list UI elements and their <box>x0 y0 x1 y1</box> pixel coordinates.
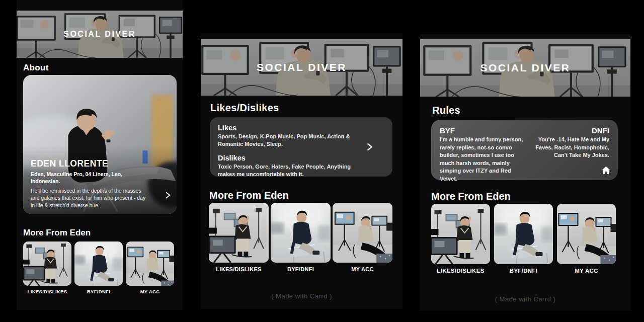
byf-block: BYF I'm a humble and funny person, rarel… <box>440 126 525 174</box>
thumbnail-photo <box>271 203 331 263</box>
panel-about: SOCIAL DIVER About EDEN LLORENTE Eden, M… <box>17 0 183 310</box>
thumbnail-photo <box>333 203 392 263</box>
thumbnail-label: LIKES/DISLIKES <box>23 289 71 294</box>
home-icon <box>601 165 611 176</box>
profile-tagline: Eden, Masculine Pro, 04 Liners, Leo, Ind… <box>31 171 147 185</box>
profile-name: EDEN LLORENTE <box>31 158 147 169</box>
more-from-eden-heading: More From Eden <box>209 190 289 201</box>
byf-text: I'm a humble and funny person, rarely re… <box>440 136 525 183</box>
thumbnail-label: MY ACC <box>126 289 174 294</box>
thumbnail-photo <box>494 204 553 264</box>
site-title: SOCIAL DIVER <box>420 39 630 97</box>
thumbnail-label: LIKES/DISLIKES <box>209 266 269 272</box>
thumbnail-photo <box>23 242 71 286</box>
about-heading: About <box>23 63 49 73</box>
site-title: SOCIAL DIVER <box>201 39 403 96</box>
hero-banner: SOCIAL DIVER <box>420 39 630 97</box>
thumbnail-likes-dislikes[interactable]: LIKES/DISLIKES <box>431 204 490 274</box>
likes-dislikes-card: Likes Sports, Design, K-Pop Music, Pop M… <box>210 117 392 177</box>
dnfi-block: DNFI You're -14, Hate Me and My Faves, R… <box>535 126 609 174</box>
thumbnail-my-acc[interactable]: MY ACC <box>557 204 616 274</box>
more-from-eden-heading: More From Eden <box>431 191 511 202</box>
collage-background: SOCIAL DIVER About EDEN LLORENTE Eden, M… <box>0 0 644 322</box>
thumbnail-label: LIKES/DISLIKES <box>431 268 490 274</box>
next-arrow-button[interactable] <box>365 140 374 153</box>
thumbnail-label: MY ACC <box>557 268 616 274</box>
panel-rules: SOCIAL DIVER Rules BYF I'm a humble and … <box>420 34 630 310</box>
rules-card: BYF I'm a humble and funny person, rarel… <box>431 120 618 180</box>
thumbnail-byf-dnfi[interactable]: BYF/DNFI <box>271 203 331 272</box>
home-button[interactable] <box>601 165 611 176</box>
thumbnail-likes-dislikes[interactable]: LIKES/DISLIKES <box>209 203 269 272</box>
hero-banner: SOCIAL DIVER <box>17 11 183 58</box>
chevron-right-icon <box>365 140 374 153</box>
byf-title: BYF <box>440 126 525 135</box>
thumbnail-likes-dislikes[interactable]: LIKES/DISLIKES <box>23 242 71 294</box>
dislikes-block: Dislikes Toxic Person, Gore, Haters, Fak… <box>218 154 384 179</box>
dnfi-text: You're -14, Hate Me and My Faves, Racist… <box>535 136 609 159</box>
thumbnail-my-acc[interactable]: MY ACC <box>126 242 174 294</box>
dislikes-text: Toxic Person, Gore, Haters, Fake People,… <box>218 163 369 179</box>
thumbnail-byf-dnfi[interactable]: BYF/DNFI <box>74 242 123 294</box>
thumbnail-byf-dnfi[interactable]: BYF/DNFI <box>494 204 553 274</box>
chevron-right-icon <box>164 190 172 201</box>
likes-block: Likes Sports, Design, K-Pop Music, Pop M… <box>218 124 384 148</box>
thumbnail-label: BYF/DNFI <box>74 289 123 294</box>
thumbnail-label: BYF/DNFI <box>494 268 553 274</box>
likes-text: Sports, Design, K-Pop Music, Pop Music, … <box>218 133 369 148</box>
likes-dislikes-heading: Likes/Dislikes <box>210 102 279 114</box>
thumbnail-label: BYF/DNFI <box>271 266 331 272</box>
profile-card: EDEN LLORENTE Eden, Masculine Pro, 04 Li… <box>23 75 177 214</box>
next-arrow-button[interactable] <box>164 190 172 201</box>
thumbnail-photo <box>557 204 616 264</box>
dnfi-title: DNFI <box>535 126 609 135</box>
panel-likes-dislikes: SOCIAL DIVER Likes/Dislikes Likes Sports… <box>201 33 403 309</box>
thumbnail-my-acc[interactable]: MY ACC <box>333 203 392 272</box>
made-with-carrd-link[interactable]: ( Made with Carrd ) <box>420 295 630 303</box>
thumbnail-label: MY ACC <box>333 266 392 272</box>
more-from-eden-heading: More From Eden <box>23 228 91 238</box>
thumbnail-photo <box>126 242 174 286</box>
dislikes-title: Dislikes <box>218 154 384 162</box>
made-with-carrd-link[interactable]: ( Made with Carrd ) <box>201 292 403 300</box>
site-title: SOCIAL DIVER <box>17 11 183 58</box>
profile-text-block: EDEN LLORENTE Eden, Masculine Pro, 04 Li… <box>31 158 147 209</box>
rules-heading: Rules <box>432 105 460 116</box>
hero-banner: SOCIAL DIVER <box>201 39 403 96</box>
thumbnail-photo <box>74 242 123 286</box>
likes-title: Likes <box>218 124 384 132</box>
profile-bio: He'll be reminisced in the depths of the… <box>31 187 147 209</box>
thumbnail-photo <box>209 203 269 263</box>
thumbnail-photo <box>431 204 490 264</box>
